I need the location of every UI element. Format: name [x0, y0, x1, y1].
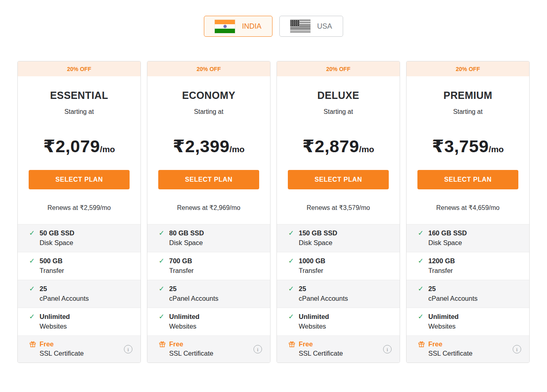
feature-value: Free — [40, 340, 54, 348]
discount-badge: 20% OFF — [407, 61, 529, 76]
check-icon: ✓ — [159, 285, 166, 293]
feature-row: ✓ 80 GB SSD Disk Space i — [147, 224, 270, 252]
plan-card-essential: 20% OFF ESSENTIAL Starting at ₹2,079/mo … — [17, 61, 141, 363]
pricing-cards-row: 20% OFF ESSENTIAL Starting at ₹2,079/mo … — [0, 61, 547, 363]
feature-value: Unlimited — [428, 313, 459, 321]
feature-label: Disk Space — [428, 239, 509, 247]
plan-title: ESSENTIAL — [18, 90, 140, 101]
plan-price: ₹3,759/mo — [407, 136, 529, 156]
feature-value: Free — [299, 340, 313, 348]
feature-label: Disk Space — [169, 239, 250, 247]
feature-row: ✓ 1000 GB Transfer i — [277, 252, 400, 280]
price-amount: ₹2,079 — [43, 136, 100, 156]
feature-label: Transfer — [40, 267, 120, 275]
feature-value: 80 GB SSD — [169, 229, 204, 237]
plan-price: ₹2,879/mo — [277, 136, 400, 156]
price-amount: ₹2,879 — [302, 136, 359, 156]
price-amount: ₹2,399 — [173, 136, 230, 156]
feature-label: cPanel Accounts — [299, 295, 379, 302]
feature-label: SSL Certificate — [428, 350, 509, 357]
starting-at-label: Starting at — [277, 108, 400, 115]
check-icon: ✓ — [159, 312, 166, 321]
renewal-price: Renews at ₹2,599/mo — [18, 204, 140, 212]
feature-list: ✓ 80 GB SSD Disk Space i ✓ — [147, 224, 270, 363]
india-toggle-label: INDIA — [242, 22, 261, 31]
starting-at-label: Starting at — [18, 108, 140, 115]
check-icon: ✓ — [418, 229, 425, 237]
plan-title: DELUXE — [277, 90, 400, 101]
feature-label: SSL Certificate — [169, 350, 250, 357]
check-icon: ✓ — [29, 285, 36, 293]
price-period: /mo — [100, 145, 115, 154]
renewal-price: Renews at ₹4,659/mo — [407, 204, 529, 212]
feature-label: Disk Space — [40, 239, 120, 247]
feature-label: SSL Certificate — [40, 350, 120, 357]
check-icon: ✓ — [418, 257, 425, 265]
feature-value: 500 GB — [40, 257, 63, 265]
feature-label: cPanel Accounts — [428, 295, 509, 302]
feature-value: 50 GB SSD — [40, 229, 74, 237]
info-icon[interactable]: i — [513, 345, 521, 354]
feature-value: Unlimited — [299, 313, 329, 321]
check-icon: ✓ — [159, 229, 166, 237]
feature-row: ✓ 50 GB SSD Disk Space i — [18, 224, 140, 252]
check-icon: ✓ — [29, 229, 36, 237]
discount-badge: 20% OFF — [147, 61, 270, 76]
info-icon[interactable]: i — [383, 345, 392, 354]
feature-label: cPanel Accounts — [169, 295, 250, 302]
info-icon[interactable]: i — [254, 345, 262, 354]
feature-value: Unlimited — [40, 313, 70, 321]
feature-row: ✓ Unlimited Websites i — [277, 308, 400, 335]
feature-value: 25 — [40, 285, 47, 293]
info-icon[interactable]: i — [124, 345, 132, 354]
price-period: /mo — [230, 145, 245, 154]
check-icon: ✓ — [288, 312, 296, 321]
feature-label: Websites — [169, 323, 250, 330]
select-plan-button[interactable]: SELECT PLAN — [29, 170, 130, 189]
feature-value: 160 GB SSD — [428, 229, 467, 237]
feature-value: 1000 GB — [299, 257, 325, 265]
feature-value: Free — [428, 340, 442, 348]
feature-list: ✓ 150 GB SSD Disk Space i ✓ — [277, 224, 400, 363]
feature-row: ✓ Unlimited Websites i — [18, 308, 140, 335]
feature-row: ✓ 160 GB SSD Disk Space i — [407, 224, 529, 252]
plan-card-premium: 20% OFF PREMIUM Starting at ₹3,759/mo SE… — [406, 61, 530, 363]
renewal-price: Renews at ₹3,579/mo — [277, 204, 400, 212]
select-plan-button[interactable]: SELECT PLAN — [288, 170, 389, 189]
feature-value: 700 GB — [169, 257, 192, 265]
india-flag-white-stripe — [215, 24, 235, 29]
check-icon: ✓ — [418, 285, 425, 293]
starting-at-label: Starting at — [147, 108, 270, 115]
gift-icon — [288, 340, 296, 348]
feature-label: Websites — [40, 323, 120, 330]
feature-list: ✓ 160 GB SSD Disk Space i ✓ — [407, 224, 529, 363]
feature-value: Unlimited — [169, 313, 199, 321]
feature-value: 25 — [169, 285, 176, 293]
gift-icon — [29, 340, 36, 348]
feature-value: 25 — [299, 285, 306, 293]
feature-row: ✓ 500 GB Transfer i — [18, 252, 140, 280]
check-icon: ✓ — [288, 285, 296, 293]
feature-list: ✓ 50 GB SSD Disk Space i ✓ — [18, 224, 140, 363]
price-period: /mo — [489, 145, 504, 154]
feature-row: ✓ 1200 GB Transfer i — [407, 252, 529, 280]
usa-toggle-button[interactable]: USA — [279, 16, 343, 37]
gift-icon — [418, 340, 425, 348]
feature-label: Transfer — [299, 267, 379, 275]
usa-toggle-label: USA — [317, 22, 332, 31]
feature-value: Free — [169, 340, 183, 348]
plan-card-economy: 20% OFF ECONOMY Starting at ₹2,399/mo SE… — [147, 61, 270, 363]
feature-row: ✓ Free SSL Certificate i — [277, 335, 400, 363]
check-icon: ✓ — [159, 257, 166, 265]
renewal-price: Renews at ₹2,969/mo — [147, 204, 270, 212]
select-plan-button[interactable]: SELECT PLAN — [158, 170, 259, 189]
gift-icon — [159, 340, 166, 348]
feature-row: ✓ 700 GB Transfer i — [147, 252, 270, 280]
feature-row: ✓ Unlimited Websites i — [407, 308, 529, 335]
select-plan-button[interactable]: SELECT PLAN — [417, 170, 518, 189]
feature-row: ✓ Free SSL Certificate i — [147, 335, 270, 363]
feature-label: Disk Space — [299, 239, 379, 247]
ashoka-chakra-icon — [223, 25, 227, 28]
india-toggle-button[interactable]: INDIA — [204, 16, 272, 37]
feature-row: ✓ 25 cPanel Accounts i — [407, 280, 529, 308]
